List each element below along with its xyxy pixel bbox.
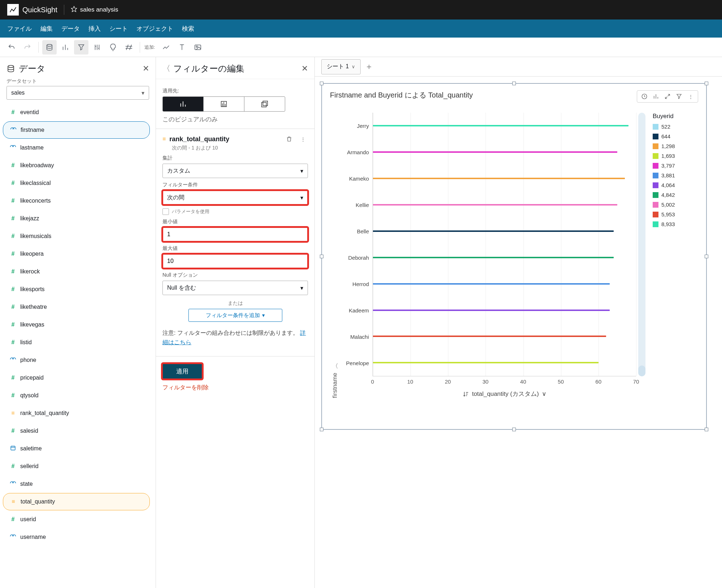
menu-data[interactable]: データ	[61, 25, 80, 33]
menu-insert[interactable]: 挿入	[88, 25, 101, 33]
close-icon[interactable]: ✕	[143, 64, 149, 73]
field-likeconcerts[interactable]: #likeconcerts	[3, 192, 150, 209]
themes-button[interactable]	[122, 40, 136, 55]
visual-container[interactable]: Firstname and Buyerid による Total_quantity…	[321, 83, 707, 430]
filter-panel-button[interactable]	[74, 40, 88, 55]
field-phone[interactable]: phone	[3, 351, 150, 369]
sheet-tab-1[interactable]: シート 1 ∨	[321, 59, 361, 74]
redo-button[interactable]	[20, 40, 35, 55]
undo-button[interactable]	[4, 40, 19, 55]
legend-item[interactable]: 4,842	[653, 192, 698, 198]
max-input[interactable]	[162, 254, 308, 268]
bar[interactable]	[373, 230, 614, 232]
insights-button[interactable]	[106, 40, 120, 55]
scope-this-visual[interactable]	[163, 97, 204, 111]
resize-handle[interactable]	[705, 255, 708, 258]
field-sellerid[interactable]: #sellerid	[3, 458, 150, 475]
delete-filter-link[interactable]: フィルターを削除	[162, 384, 308, 392]
more-icon[interactable]: ⋮	[686, 92, 695, 101]
x-axis-label[interactable]: total_quantity (カスタム) ∨	[373, 390, 636, 398]
bar[interactable]	[373, 310, 610, 311]
field-rank_total_quantity[interactable]: ≡rank_total_quantity	[3, 405, 150, 422]
chart-type-icon[interactable]	[652, 92, 660, 101]
resize-handle[interactable]	[320, 82, 323, 85]
field-likemusicals[interactable]: #likemusicals	[3, 228, 150, 245]
field-qtysold[interactable]: #qtysold	[3, 387, 150, 404]
menu-file[interactable]: ファイル	[7, 25, 32, 33]
resize-handle[interactable]	[705, 428, 708, 431]
delete-filter-icon[interactable]	[284, 134, 294, 144]
y-axis-label[interactable]: firstname 〉	[330, 109, 340, 398]
legend-item[interactable]: 1,693	[653, 153, 698, 159]
menu-sheet[interactable]: シート	[109, 25, 128, 33]
resize-handle[interactable]	[320, 428, 323, 431]
field-username[interactable]: username	[3, 528, 150, 546]
legend-item[interactable]: 4,064	[653, 182, 698, 188]
resize-handle[interactable]	[320, 255, 323, 258]
field-likejazz[interactable]: #likejazz	[3, 210, 150, 227]
field-userid[interactable]: #userid	[3, 511, 150, 528]
bar[interactable]	[373, 204, 617, 206]
parameters-button[interactable]	[90, 40, 104, 55]
bar[interactable]	[373, 283, 610, 285]
legend-item[interactable]: 3,881	[653, 172, 698, 178]
scope-sheet[interactable]	[204, 97, 244, 111]
filter-icon[interactable]	[675, 92, 683, 101]
menu-edit[interactable]: 編集	[40, 25, 53, 33]
field-likevegas[interactable]: #likevegas	[3, 316, 150, 333]
field-lastname[interactable]: lastname	[3, 139, 150, 156]
legend-item[interactable]: 5,002	[653, 202, 698, 208]
close-icon[interactable]: ✕	[301, 64, 308, 73]
back-icon[interactable]: 〈	[162, 63, 170, 74]
doc-title-row[interactable]: sales analysis	[71, 6, 118, 14]
more-icon[interactable]: ⋮	[298, 134, 308, 144]
bar[interactable]	[373, 362, 599, 363]
legend-item[interactable]: 5,953	[653, 211, 698, 217]
field-likebroadway[interactable]: #likebroadway	[3, 157, 150, 174]
field-likeopera[interactable]: #likeopera	[3, 245, 150, 263]
agg-select[interactable]: カスタム▾	[162, 164, 308, 178]
bar[interactable]	[373, 151, 617, 153]
field-saletime[interactable]: saletime	[3, 440, 150, 457]
resize-handle[interactable]	[512, 428, 516, 431]
min-input[interactable]	[162, 227, 308, 242]
chart-scrollbar[interactable]	[638, 113, 645, 376]
legend-item[interactable]: 3,797	[653, 163, 698, 169]
scope-all[interactable]	[244, 97, 285, 111]
field-listid[interactable]: #listid	[3, 334, 150, 351]
cond-select[interactable]: 次の間▾	[162, 190, 308, 205]
apply-button[interactable]: 適用	[162, 364, 202, 379]
menu-search[interactable]: 検索	[182, 25, 194, 33]
legend-item[interactable]: 8,933	[653, 221, 698, 227]
menu-object[interactable]: オブジェクト	[136, 25, 173, 33]
bar[interactable]	[373, 336, 606, 337]
field-salesid[interactable]: #salesid	[3, 422, 150, 440]
bar[interactable]	[373, 125, 629, 126]
add-image-icon[interactable]	[191, 40, 205, 55]
bar[interactable]	[373, 178, 625, 179]
null-select[interactable]: Null を含む▾	[162, 281, 308, 295]
add-sheet-button[interactable]: +	[364, 62, 374, 72]
dataset-select[interactable]: sales ▾	[6, 86, 149, 100]
field-firstname[interactable]: firstname	[3, 121, 150, 139]
visualize-button[interactable]	[58, 40, 73, 55]
legend-item[interactable]: 1,298	[653, 143, 698, 149]
field-list[interactable]: #eventidfirstnamelastname#likebroadway#l…	[0, 103, 156, 588]
app-logo[interactable]: QuickSight	[7, 4, 57, 16]
star-icon[interactable]	[71, 6, 77, 14]
field-total_quantity[interactable]: ≡total_quantity	[3, 493, 150, 510]
add-condition-button[interactable]: フィルター条件を追加 ▾	[188, 309, 282, 322]
legend-item[interactable]: 522	[653, 124, 698, 130]
field-likerock[interactable]: #likerock	[3, 263, 150, 280]
add-line-icon[interactable]	[159, 40, 173, 55]
field-liketheatre[interactable]: #liketheatre	[3, 298, 150, 316]
field-likeclassical[interactable]: #likeclassical	[3, 174, 150, 192]
autograph-icon[interactable]	[640, 92, 649, 101]
use-param-checkbox[interactable]: パラメータを使用	[162, 208, 308, 215]
resize-handle[interactable]	[705, 82, 708, 85]
expand-icon[interactable]	[663, 92, 672, 101]
field-state[interactable]: state	[3, 475, 150, 493]
bar[interactable]	[373, 257, 614, 258]
data-panel-button[interactable]	[42, 40, 57, 55]
legend-item[interactable]: 644	[653, 133, 698, 139]
